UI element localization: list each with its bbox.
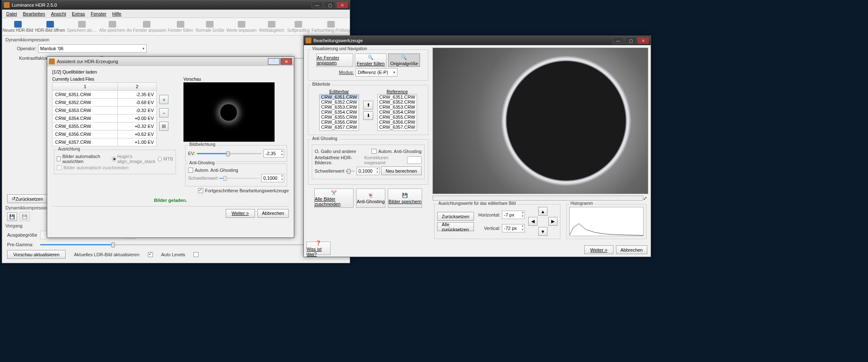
autolevels-check[interactable] bbox=[193, 252, 199, 257]
tb-fit[interactable]: An Fenster anpassen bbox=[129, 19, 164, 35]
main-titlebar[interactable]: Luminance HDR 2.5.0 — ▢ ✕ bbox=[2, 0, 350, 10]
minimize-button[interactable]: — bbox=[311, 2, 323, 8]
mtb-radio[interactable] bbox=[158, 157, 161, 161]
menu-hilfe[interactable]: Hilfe bbox=[109, 10, 124, 17]
contrast-label: Kontrastfaktor: bbox=[15, 56, 49, 61]
threshold-value[interactable]: 0,1000 bbox=[261, 174, 284, 182]
menu-ansicht[interactable]: Ansicht bbox=[48, 10, 69, 17]
tools-min-button[interactable]: — bbox=[612, 37, 624, 44]
orig-button[interactable]: 🔍Originalgröße bbox=[388, 54, 420, 67]
wizard-cancel-button[interactable]: Abbrechen bbox=[257, 209, 289, 218]
tb-levels[interactable]: Werte anpassen bbox=[227, 19, 255, 35]
tools-next-button[interactable]: Weiter > bbox=[584, 245, 613, 254]
nudge-left[interactable]: ◀ bbox=[528, 217, 537, 226]
nudge-right[interactable]: ▶ bbox=[548, 217, 557, 226]
whats-this-button[interactable]: ❓Was ist das? bbox=[306, 242, 331, 255]
autocrop-check[interactable] bbox=[57, 165, 62, 170]
files-table[interactable]: 12 CRW_6351.CRW-2.35 EV CRW_6352.CRW-0.6… bbox=[52, 82, 157, 146]
tools-cancel-button[interactable]: Abbrechen bbox=[616, 245, 647, 254]
tb-save-all[interactable]: Alle speichern bbox=[100, 19, 125, 35]
add-file-button[interactable]: ＋ bbox=[159, 95, 168, 104]
saveimgs-button[interactable]: 💾Bilder speichern bbox=[388, 189, 422, 208]
tb-open-hdr[interactable]: HDR-Bild öffnen bbox=[36, 19, 64, 35]
gallo-label: O. Gallo und andere bbox=[315, 149, 356, 154]
cropall-button[interactable]: ✂️Alle Bilder zuschneiden bbox=[314, 189, 354, 208]
hugin-radio[interactable] bbox=[112, 157, 115, 161]
advanced-check[interactable] bbox=[198, 188, 203, 193]
maximize-button[interactable]: ▢ bbox=[324, 2, 336, 8]
menu-bearbeiten[interactable]: Bearbeiten bbox=[20, 10, 48, 17]
mode-label: Modus: bbox=[339, 70, 354, 75]
editable-list[interactable]: CRW_6351.CRW CRW_6352.CRW CRW_6353.CRW C… bbox=[319, 94, 359, 131]
recompute-button[interactable]: Neu berechnen bbox=[381, 166, 422, 175]
autocrop-label: Bilder automatisch zuschneiden bbox=[64, 165, 128, 170]
file-row: CRW_6356.CRW+0.62 EV bbox=[53, 130, 157, 138]
tb-wb[interactable]: Weißabgleich bbox=[260, 19, 283, 35]
autoag-check[interactable] bbox=[188, 168, 193, 173]
wizard-titlebar[interactable]: Assistent zur HDR-Erzeugung ? ✕ bbox=[47, 57, 294, 66]
autoag2-label: Autom. Anti-Ghosting bbox=[378, 149, 422, 154]
ev-label: EV: bbox=[188, 151, 195, 156]
tools-close-button[interactable]: ✕ bbox=[637, 37, 649, 44]
close-button[interactable]: ✕ bbox=[336, 2, 348, 8]
tb-normal[interactable]: Normale Größe bbox=[196, 19, 223, 35]
vert-value[interactable]: -72 px bbox=[502, 224, 525, 232]
file-row: CRW_6352.CRW-0.68 EV bbox=[53, 99, 157, 107]
vis-legend: Visualisierung und Navigation bbox=[311, 46, 369, 51]
tb-fill[interactable]: Fenster füllen bbox=[168, 19, 192, 35]
pregamma-slider[interactable] bbox=[40, 241, 324, 248]
wizard-preview bbox=[183, 82, 275, 142]
exposure-legend: Bildbelichtung bbox=[188, 142, 216, 147]
wizard-next-button[interactable]: Weiter > bbox=[226, 209, 255, 218]
autoalign-check[interactable] bbox=[57, 156, 61, 161]
threshold2-value[interactable]: 0,1000 bbox=[356, 167, 379, 175]
tb-new-hdr[interactable]: Neues HDR-Bild bbox=[4, 19, 32, 35]
autoag2-check[interactable] bbox=[372, 149, 377, 154]
nudge-down[interactable]: ▼ bbox=[538, 227, 547, 236]
threshold-slider[interactable] bbox=[219, 175, 260, 181]
menu-extras[interactable]: Extras bbox=[69, 10, 87, 17]
tools-preview[interactable] bbox=[433, 48, 648, 194]
corrections-field[interactable] bbox=[407, 156, 422, 164]
tb-save-as[interactable]: Speichern als ... bbox=[68, 19, 96, 35]
threshold2-slider[interactable] bbox=[346, 168, 355, 174]
lists-legend: Bilderliste bbox=[311, 82, 331, 87]
reset-align-button[interactable]: Zurücksetzen bbox=[437, 212, 474, 221]
mode-combo[interactable]: Differenz (E-P) bbox=[356, 68, 397, 76]
horiz-value[interactable]: -7 px bbox=[502, 211, 525, 219]
menu-fenster[interactable]: Fenster bbox=[88, 10, 109, 17]
histogram-view bbox=[569, 207, 644, 236]
operator-label: Operator: bbox=[15, 46, 36, 51]
ev-value[interactable]: -2,35 bbox=[263, 149, 284, 158]
ev-slider[interactable] bbox=[197, 150, 262, 157]
wizard-help-button[interactable]: ? bbox=[268, 58, 280, 65]
fit-button[interactable]: An Fenster anpassen bbox=[316, 54, 353, 67]
resetall-align-button[interactable]: Alle zurücksetzen bbox=[437, 222, 474, 231]
ghost-button[interactable]: 👻Anti-Ghosting bbox=[356, 189, 385, 208]
alignment-legend: Ausrichtung bbox=[57, 147, 81, 151]
tb-gamut[interactable]: Farbumfang-Prüfung bbox=[313, 19, 348, 35]
nudge-up[interactable]: ▲ bbox=[538, 207, 547, 216]
wizard-close-button[interactable]: ✕ bbox=[280, 58, 292, 65]
fill-button[interactable]: 🔍Fenster füllen bbox=[355, 54, 387, 67]
tools-titlebar[interactable]: Bearbeitungswerkzeuge — ▢ ✕ bbox=[304, 36, 651, 45]
h-scrollbar[interactable] bbox=[433, 196, 643, 201]
tb-softproof[interactable]: Softproofing bbox=[288, 19, 309, 35]
reference-list[interactable]: CRW_6351.CRW CRW_6352.CRW CRW_6353.CRW C… bbox=[377, 94, 417, 131]
reset-button[interactable]: ↺ Zurücksetzen bbox=[7, 194, 48, 203]
update-preview-button[interactable]: Vorschau aktualisieren bbox=[7, 250, 66, 259]
move-up-button[interactable]: ⬆ bbox=[363, 101, 373, 110]
tools-max-button[interactable]: ▢ bbox=[625, 37, 636, 44]
remove-file-button[interactable]: － bbox=[159, 108, 168, 117]
align-legend: Ausrichtungswerte für das editierbare Bi… bbox=[437, 201, 517, 206]
operator-combo[interactable]: Mantiuk '06 bbox=[38, 44, 147, 53]
save-settings-icon[interactable]: 💾 bbox=[7, 212, 17, 221]
move-down-button[interactable]: ⬇ bbox=[363, 111, 373, 120]
wizard-step: [1/2] Quellbilder laden bbox=[52, 69, 289, 74]
clear-files-button[interactable]: ☒ bbox=[159, 122, 168, 131]
menu-datei[interactable]: Datei bbox=[4, 10, 20, 17]
update-ldr-check[interactable] bbox=[148, 252, 153, 257]
file-row: CRW_6355.CRW+0.32 EV bbox=[53, 122, 157, 130]
save-settings2-icon[interactable]: 💾 bbox=[20, 212, 30, 221]
artifact-label: Artefaktfreie HDR-Bilderze. bbox=[315, 155, 363, 165]
